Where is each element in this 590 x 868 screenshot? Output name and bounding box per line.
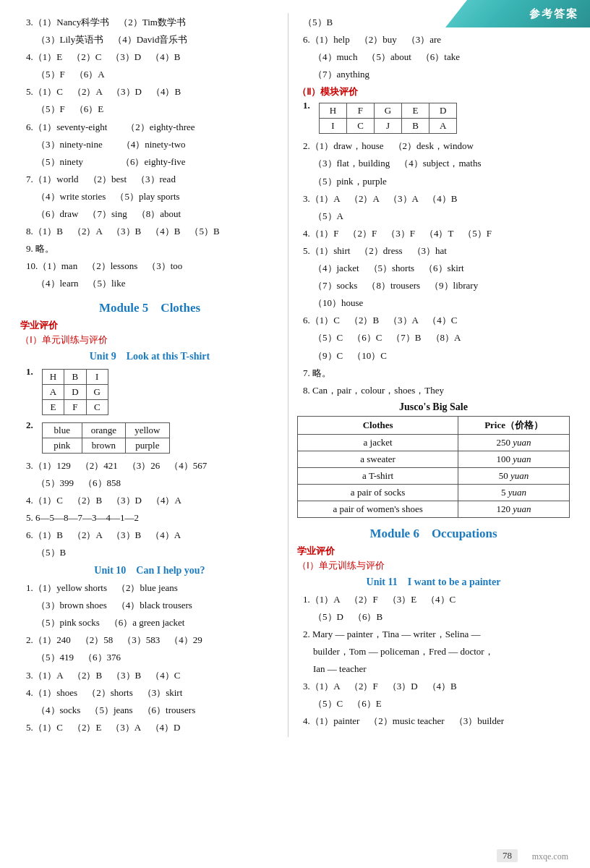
unit11-q3: 3.（1）A （2）F （3）D （4）B — [297, 678, 570, 694]
left-item-4b: （5）F （6）A — [20, 67, 279, 82]
module6-text: Module 6 Occupations — [369, 527, 497, 540]
unit9-q5: 5. 6—5—8—7—3—4—1—2 — [20, 510, 279, 526]
r-q5: 5.（1）shirt （2）dress （3）hat — [297, 243, 570, 259]
left-item-5: 5.（1）C （2）A （3）D （4）B — [20, 84, 279, 100]
r-q5d: （10）house — [297, 295, 570, 311]
page-number: 78 — [497, 849, 518, 862]
r-q5b: （4）jacket （5）shorts （6）skirt — [297, 260, 570, 276]
sale-row-sweater-name: a sweater — [298, 451, 458, 467]
left-item-6c: （5）ninety （6）eighty-five — [20, 154, 279, 170]
left-item-6: 6.（1）seventy-eight （2）eighty-three — [20, 119, 279, 135]
left-item-7c: （6）draw （7）sing （8）about — [20, 206, 279, 222]
r-q1-area: 1. H F G E D I C J B A — [303, 100, 570, 137]
left-item-4: 4.（1）E （2）C （3）D （4）B — [20, 49, 279, 65]
left-item-7b: （4）write stories （5）play sports — [20, 189, 279, 205]
watermark: mxqe.com — [532, 851, 568, 862]
sale-row-sweater-price: 100 yuan — [458, 451, 570, 467]
r-q3: 3.（1）A （2）A （3）A （4）B — [297, 191, 570, 207]
right-column: （5）B 6.（1）help （2）buy （3）are （4）much （5）… — [288, 13, 570, 737]
sale-header-price: Price（价格） — [458, 416, 570, 434]
sale-row-jacket-name: a jacket — [298, 434, 458, 451]
r-q4: 4.（1）F （2）F （3）F （4）T （5）F — [297, 226, 570, 242]
unit11-q3b: （5）C （6）E — [297, 696, 570, 712]
right-q6: 6.（1）help （2）buy （3）are — [297, 32, 570, 48]
module5-title: Module 5 Clothes — [20, 299, 279, 316]
q2-color-table: blue orange yellow pink brown purple — [42, 422, 170, 454]
unit9-q3b: （5）399 （6）858 — [20, 475, 279, 491]
unit10-q1c: （5）pink socks （6）a green jacket — [20, 615, 279, 631]
sale-row-women-shoes-price: 120 yuan — [458, 501, 570, 517]
unit11-q2c: Ian — teacher — [297, 661, 570, 677]
q2-area: 2. blue orange yellow pink brown purple — [26, 420, 279, 456]
r-q3b: （5）A — [297, 208, 570, 224]
left-item-10: 10.（1）man （2）lessons （3）too — [20, 258, 279, 274]
header-band: 参考答案 — [445, 0, 590, 27]
sale-header-clothes: Clothes — [298, 416, 458, 434]
unit9-q4: 4.（1）C （2）B （3）D （4）A — [20, 493, 279, 509]
r-q5c: （7）socks （8）trousers （9）library — [297, 278, 570, 294]
r-q7: 7. 略。 — [297, 365, 570, 381]
xuye-label-right: 学业评价 — [297, 545, 570, 558]
sale-title: Jusco's Big Sale — [297, 401, 570, 413]
left-item-8: 8.（1）B （2）A （3）B （4）B （5）B — [20, 224, 279, 239]
xuye-label-left: 学业评价 — [20, 319, 279, 332]
unit11-q1: 1.（1）A （2）F （3）E （4）C — [297, 592, 570, 608]
unit10-q1: 1.（1）yellow shorts （2）blue jeans — [20, 580, 279, 596]
unit9-title: Unit 9 Look at this T-shirt — [20, 350, 279, 363]
unit11-q2b: builder，Tom — policeman，Fred — doctor， — [297, 644, 570, 660]
sale-row-socks-price: 5 yuan — [458, 484, 570, 501]
left-item-5b: （5）F （6）E — [20, 101, 279, 117]
unit9-q6: 6.（1）B （2）A （3）B （4）A — [20, 527, 279, 543]
unit10-q1b: （3）brown shoes （4）black trousers — [20, 597, 279, 613]
unit10-q5: 5.（1）C （2）E （3）A （4）D — [20, 720, 279, 736]
r-q8: 8. Can，pair，colour，shoes，They — [297, 383, 570, 399]
sale-row-women-shoes-name: a pair of women's shoes — [298, 501, 458, 517]
unit11-q2: 2. Mary — painter，Tina — writer，Selina — — [297, 626, 570, 642]
unit10-q4: 4.（1）shoes （2）shorts （3）skirt — [20, 685, 279, 701]
unit11-q1b: （5）D （6）B — [297, 609, 570, 625]
left-item-9: 9. 略。 — [20, 241, 279, 257]
left-item-7: 7.（1）world （2）best （3）read — [20, 171, 279, 187]
unit10-q3: 3.（1）A （2）B （3）B （4）C — [20, 668, 279, 684]
left-item-6b: （3）ninety-nine （4）ninety-two — [20, 137, 279, 153]
unit10-q2b: （5）419 （6）376 — [20, 650, 279, 665]
section1-right: （Ⅰ）单元训练与评价 — [297, 559, 570, 572]
unit9-q3: 3.（1）129 （2）421 （3）26 （4）567 — [20, 458, 279, 474]
sale-row-socks-name: a pair of socks — [298, 484, 458, 501]
sale-row-tshirt-name: a T-shirt — [298, 467, 458, 484]
right-q6b: （4）much （5）about （6）take — [297, 49, 570, 65]
sale-row-tshirt-price: 50 yuan — [458, 467, 570, 484]
sale-row-jacket-price: 250 yuan — [458, 434, 570, 451]
r-q6b: （5）C （6）C （7）B （8）A — [297, 330, 570, 346]
unit10-q2: 2.（1）240 （2）58 （3）583 （4）29 — [20, 632, 279, 648]
r-q2b: （3）flat，building （4）subject，maths — [297, 156, 570, 171]
r-q2c: （5）pink，purple — [297, 174, 570, 190]
r-q2: 2.（1）draw，house （2）desk，window — [297, 138, 570, 154]
unit9-q6b: （5）B — [20, 545, 279, 561]
q1-grid: HBI ADG EFC — [42, 369, 108, 415]
unit10-q4b: （4）socks （5）jeans （6）trousers — [20, 702, 279, 718]
left-item-3: 3.（1）Nancy科学书 （2）Tim数学书 — [20, 14, 279, 30]
header-title: 参考答案 — [529, 7, 578, 21]
sale-table: Clothes Price（价格） a jacket 250 yuan a sw… — [297, 416, 570, 518]
module6-title: Module 6 Occupations — [297, 525, 570, 542]
r-q6c: （9）C （10）C — [297, 348, 570, 364]
r-q1-htable: H F G E D I C J B A — [319, 103, 458, 134]
right-q6c: （7）anything — [297, 67, 570, 82]
unit10-title: Unit 10 Can I help you? — [20, 564, 279, 577]
section2-right: （Ⅱ）模块评价 — [297, 85, 570, 98]
left-column: 3.（1）Nancy科学书 （2）Tim数学书 （3）Lily英语书 （4）Da… — [20, 13, 288, 737]
unit11-title: Unit 11 I want to be a painter — [297, 576, 570, 589]
module5-text: Module 5 Clothes — [99, 301, 200, 315]
q1-area: 1. HBI ADG EFC — [26, 366, 279, 418]
section1-left: （Ⅰ）单元训练与评价 — [20, 333, 279, 346]
left-item-3b: （3）Lily英语书 （4）David音乐书 — [20, 32, 279, 48]
unit11-q4: 4.（1）painter （2）music teacher （3）builder — [297, 713, 570, 729]
left-item-10b: （4）learn （5）like — [20, 276, 279, 292]
r-q6: 6.（1）C （2）B （3）A （4）C — [297, 312, 570, 328]
